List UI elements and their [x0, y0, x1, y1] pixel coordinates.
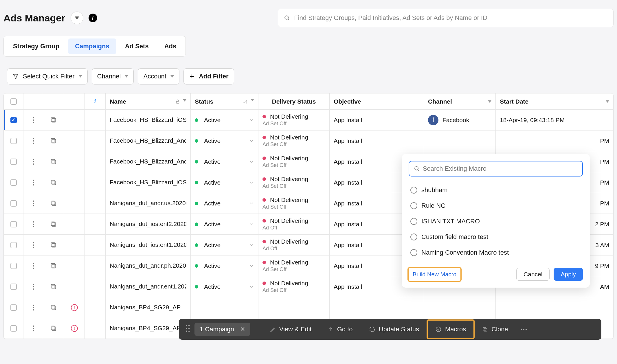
macro-option[interactable]: Custom field macro test	[409, 229, 583, 245]
macros-button[interactable]: Macros	[427, 320, 474, 339]
add-filter-button[interactable]: Add Filter	[183, 68, 234, 84]
row-name[interactable]: Nanigans_dut_andr.ent1.20200728	[106, 276, 191, 297]
delivery-header[interactable]: Delivery Status	[258, 93, 330, 109]
channel-header[interactable]: Channel	[424, 93, 496, 109]
drag-handle-icon[interactable]	[183, 324, 193, 334]
account-filter-dropdown[interactable]: Account	[138, 68, 179, 84]
row-expand-button[interactable]	[43, 276, 64, 297]
macro-search-field[interactable]	[409, 161, 583, 177]
row-actions-menu[interactable]	[23, 297, 43, 318]
row-status-dropdown[interactable]: Active	[191, 235, 258, 255]
select-all-header[interactable]	[4, 93, 23, 109]
row-expand-button[interactable]	[43, 172, 64, 193]
row-actions-menu[interactable]	[23, 151, 43, 172]
tab-ads[interactable]: Ads	[157, 38, 183, 54]
clone-button[interactable]: Clone	[474, 319, 516, 340]
delivery-dot-icon	[262, 198, 266, 202]
row-status-dropdown[interactable]: Active	[191, 172, 258, 193]
row-expand-button[interactable]	[43, 151, 64, 172]
row-expand-button[interactable]	[43, 193, 64, 214]
row-actions-menu[interactable]	[23, 130, 43, 151]
title-dropdown-button[interactable]	[71, 12, 83, 24]
quick-filter-dropdown[interactable]: Select Quick Filter	[7, 68, 88, 84]
kebab-icon	[32, 138, 34, 144]
apply-button[interactable]: Apply	[554, 268, 583, 281]
row-checkbox[interactable]	[4, 276, 23, 297]
row-expand-button[interactable]	[43, 255, 64, 276]
cancel-button[interactable]: Cancel	[516, 268, 550, 281]
macro-option[interactable]: Rule NC	[409, 198, 583, 214]
macro-option[interactable]: shubham	[409, 182, 583, 198]
row-objective-text: App Install	[334, 262, 362, 269]
row-name[interactable]: Nanigans_dut_andr.us.20200923	[106, 193, 191, 214]
row-checkbox[interactable]	[4, 151, 23, 172]
row-expand-button[interactable]	[43, 297, 64, 318]
more-actions-button[interactable]	[516, 319, 531, 340]
svg-point-27	[32, 205, 34, 206]
row-name[interactable]: Facebook_HS_Blizzard_Android_LA...	[106, 151, 191, 172]
row-checkbox[interactable]	[4, 193, 23, 214]
row-actions-menu[interactable]	[23, 214, 43, 234]
objective-header[interactable]: Objective	[330, 93, 424, 109]
channel-filter-dropdown[interactable]: Channel	[92, 68, 134, 84]
row-actions-menu[interactable]	[23, 193, 43, 214]
row-delivery-text: Not Delivering	[270, 238, 308, 245]
row-actions-menu[interactable]	[23, 255, 43, 276]
macro-option[interactable]: Picklist Saved Action	[409, 260, 583, 263]
update-status-button[interactable]: Update Status	[361, 319, 427, 340]
tab-campaigns[interactable]: Campaigns	[68, 38, 116, 54]
row-checkbox[interactable]	[4, 235, 23, 255]
row-status-dropdown[interactable]: Active	[191, 214, 258, 234]
row-name[interactable]: Facebook_HS_Blizzard_iOS_LA_Eve...	[106, 110, 191, 130]
row-checkbox[interactable]	[4, 172, 23, 193]
tab-strategy-group[interactable]: Strategy Group	[6, 38, 66, 54]
row-name[interactable]: Nanigans_dut_andr.ph.20200905	[106, 255, 191, 276]
row-info	[85, 193, 106, 214]
row-checkbox[interactable]	[4, 318, 23, 339]
status-header[interactable]: Status	[191, 93, 258, 109]
name-header[interactable]: Name	[106, 93, 191, 109]
clear-selection-button[interactable]: ✕	[240, 326, 245, 333]
macro-option[interactable]: ISHAN TXT MACRO	[409, 214, 583, 229]
row-name[interactable]: Nanigans_BP4_SG29_AP	[106, 318, 191, 339]
row-checkbox[interactable]	[4, 130, 23, 151]
start-date-header[interactable]: Start Date	[496, 93, 613, 109]
row-name[interactable]: Facebook_HS_Blizzard_Android_LA...	[106, 130, 191, 151]
status-dot-icon	[195, 139, 198, 143]
row-status-dropdown[interactable]: Active	[191, 276, 258, 297]
row-checkbox[interactable]	[4, 297, 23, 318]
row-checkbox[interactable]	[4, 255, 23, 276]
row-status-dropdown[interactable]: Active	[191, 151, 258, 172]
row-checkbox[interactable]	[4, 214, 23, 234]
view-edit-button[interactable]: View & Edit	[262, 319, 320, 340]
build-new-macro-link[interactable]: Build New Macro	[409, 268, 460, 281]
row-name[interactable]: Nanigans_dut_ios.ent2.20200905	[106, 214, 191, 234]
row-expand-button[interactable]	[43, 110, 64, 130]
search-input[interactable]	[294, 14, 607, 22]
row-status-dropdown[interactable]: Active	[191, 130, 258, 151]
tab-ad-sets[interactable]: Ad Sets	[118, 38, 156, 54]
row-actions-menu[interactable]	[23, 276, 43, 297]
row-expand-button[interactable]	[43, 318, 64, 339]
row-expand-button[interactable]	[43, 214, 64, 234]
row-status-text: Active	[204, 200, 221, 207]
row-name[interactable]: Nanigans_BP4_SG29_AP	[106, 297, 191, 318]
row-status-dropdown[interactable]	[191, 297, 258, 318]
row-checkbox[interactable]	[4, 110, 23, 130]
global-search[interactable]	[278, 9, 614, 27]
row-status-dropdown[interactable]: Active	[191, 193, 258, 214]
row-status-dropdown[interactable]: Active	[191, 110, 258, 130]
row-actions-menu[interactable]	[23, 110, 43, 130]
info-icon[interactable]: i	[89, 14, 97, 22]
row-status-dropdown[interactable]: Active	[191, 255, 258, 276]
row-name[interactable]: Facebook_HS_Blizzard_iOS_LA_Eve...	[106, 172, 191, 193]
macro-option[interactable]: Naming Convention Macro test	[409, 245, 583, 260]
row-name[interactable]: Nanigans_dut_ios.ent1.20200927	[106, 235, 191, 255]
row-actions-menu[interactable]	[23, 318, 43, 339]
go-to-button[interactable]: Go to	[320, 319, 361, 340]
row-expand-button[interactable]	[43, 130, 64, 151]
row-actions-menu[interactable]	[23, 172, 43, 193]
row-expand-button[interactable]	[43, 235, 64, 255]
macro-search-input[interactable]	[423, 165, 578, 172]
row-actions-menu[interactable]	[23, 235, 43, 255]
